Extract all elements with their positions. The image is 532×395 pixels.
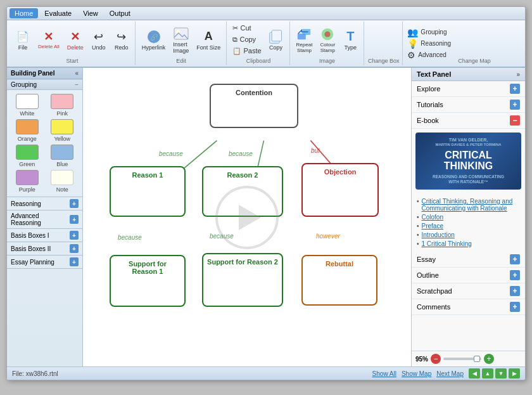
basis-boxes-1-expand-btn[interactable]: Basis Boxes I +	[7, 229, 82, 242]
file-button[interactable]: 📄 File	[12, 27, 34, 53]
color-pink[interactable]: Pink	[46, 94, 79, 117]
zoom-minus-button[interactable]: −	[431, 354, 441, 364]
grouping-collapse[interactable]: −	[75, 81, 79, 88]
video-overlay[interactable]	[215, 186, 279, 249]
pink-box	[51, 94, 73, 109]
change-map-label: Change Map	[458, 58, 491, 64]
start-buttons: 📄 File ✕ Delete All ✕ Delete ↩ Undo ↪	[12, 23, 132, 56]
play-circle	[215, 186, 279, 249]
ebook-row[interactable]: E-book −	[412, 113, 525, 129]
ebook-minus: −	[510, 115, 520, 126]
contention-box[interactable]: Contention	[210, 84, 298, 128]
reasoning-expand-btn[interactable]: Reasoning +	[7, 197, 82, 210]
essay-row[interactable]: Essay +	[412, 252, 525, 268]
copy-button[interactable]: ⧉ Copy	[230, 34, 258, 45]
ebook-author-top: TIM VAN GELDER,	[433, 137, 504, 143]
menu-home[interactable]: Home	[10, 8, 38, 18]
color-note[interactable]: Note	[46, 170, 79, 193]
reason1-box[interactable]: Reason 1	[110, 166, 186, 217]
link-introduction[interactable]: • Introduction	[417, 231, 520, 238]
redo-button[interactable]: ↪ Redo	[111, 27, 132, 53]
colour-stamp-button[interactable]: ColourStamp	[317, 25, 338, 55]
nav-up-arrow[interactable]: ▲	[482, 368, 493, 379]
undo-icon: ↩	[91, 29, 106, 44]
canvas-area[interactable]: because because but because because howe…	[83, 68, 411, 366]
color-blue[interactable]: Blue	[46, 145, 79, 167]
advanced-reasoning-expand-btn[interactable]: Advanced Reasoning +	[7, 210, 82, 228]
nav-left-arrow[interactable]: ◀	[469, 368, 480, 379]
repeat-stamp-button[interactable]: RepeatStamp	[293, 25, 316, 55]
support-reason1-box[interactable]: Support forReason 1	[110, 255, 186, 307]
link-1-critical-thinking[interactable]: • 1 Critical Thinking	[417, 240, 520, 247]
comments-row[interactable]: Comments +	[412, 299, 525, 315]
font-size-button[interactable]: A Font Size	[193, 27, 224, 53]
zoom-plus-button[interactable]: +	[484, 354, 494, 364]
toolbar-group-change-box: Change Box	[365, 22, 403, 65]
undo-button[interactable]: ↩ Undo	[88, 27, 110, 53]
menu-bar: Home Evaluate View Output	[7, 7, 525, 20]
ebook-cover[interactable]: TIM VAN GELDER, MARTIN DAVIES & PETER TO…	[415, 133, 521, 190]
color-white[interactable]: White	[11, 94, 44, 117]
menu-evaluate[interactable]: Evaluate	[39, 8, 77, 18]
color-orange[interactable]: Orange	[11, 119, 44, 142]
nav-right-arrow[interactable]: ▶	[509, 368, 520, 379]
link-colofon[interactable]: • Colofon	[417, 214, 520, 221]
zoom-bar[interactable]	[443, 358, 481, 360]
link-preface[interactable]: • Preface	[417, 223, 520, 230]
purple-box	[16, 170, 39, 185]
text-panel-expand[interactable]: »	[516, 71, 520, 78]
color-green[interactable]: Green	[11, 145, 44, 167]
colour-stamp-icon	[320, 27, 335, 42]
clipboard-row1: ✂ Cut	[230, 23, 263, 34]
tutorials-row[interactable]: Tutorials +	[412, 97, 525, 113]
rebuttal-box[interactable]: Rebuttal	[301, 255, 377, 306]
reasoning-icon: 💡	[407, 39, 418, 49]
delete-all-button[interactable]: ✕ Delete All	[35, 27, 63, 52]
nav-down-arrow[interactable]: ▼	[495, 368, 507, 379]
green-box	[16, 145, 39, 160]
reasoning-expandable: Reasoning +	[7, 197, 82, 210]
grouping-header: Grouping −	[7, 79, 82, 90]
start-label: Start	[66, 58, 78, 64]
delete-button[interactable]: ✕ Delete	[64, 27, 87, 53]
copy2-button[interactable]: Copy	[265, 27, 287, 53]
main-content: Building Panel « Grouping − White Pink	[7, 68, 525, 366]
menu-output[interactable]: Output	[104, 8, 136, 18]
advanced-reasoning-expandable: Advanced Reasoning +	[7, 210, 82, 229]
explore-row[interactable]: Explore +	[412, 81, 525, 97]
hyperlink-button[interactable]: 🔗 Hyperlink	[139, 27, 169, 53]
label-however: however	[316, 233, 340, 240]
color-purple[interactable]: Purple	[11, 170, 44, 193]
type-button[interactable]: T Type	[339, 27, 361, 53]
color-grid: White Pink Orange Yellow	[7, 90, 82, 197]
advanced-reasoning-plus: +	[70, 215, 79, 224]
next-map-link[interactable]: Next Map	[436, 370, 464, 377]
edit-buttons: 🔗 Hyperlink InsertImage A Font Size	[139, 23, 224, 56]
show-map-link[interactable]: Show Map	[402, 370, 431, 377]
link-critical-thinking[interactable]: • Critical Thinking, Reasoning and Commu…	[417, 198, 520, 212]
sidebar-collapse-button[interactable]: «	[75, 70, 79, 77]
basis-boxes-2-expand-btn[interactable]: Basis Boxes II +	[7, 242, 82, 255]
right-panel: Text Panel » Explore + Tutorials + E-boo…	[411, 68, 525, 366]
support-reason2-box[interactable]: Support for Reason 2	[202, 253, 283, 307]
basis-boxes-2-plus: +	[70, 244, 79, 253]
outline-row[interactable]: Outline +	[412, 268, 525, 283]
clipboard-row3: 📋 Paste	[230, 46, 263, 56]
essay-planning-plus: +	[70, 257, 79, 266]
grouping-section: Grouping − White Pink Orange	[7, 79, 82, 197]
delete-icon: ✕	[68, 29, 83, 44]
cut-button[interactable]: ✂ Cut	[230, 23, 253, 34]
toolbar: 📄 File ✕ Delete All ✕ Delete ↩ Undo ↪	[7, 20, 525, 68]
menu-view[interactable]: View	[78, 8, 103, 18]
reasoning-item: 💡 Reasoning	[407, 39, 451, 49]
insert-image-button[interactable]: InsertImage	[170, 24, 192, 56]
objection-box[interactable]: Objection	[301, 163, 379, 217]
ebook-subtitle: REASONING AND COMMUNICATINGWITH RATIONAL…	[433, 174, 504, 185]
color-yellow[interactable]: Yellow	[46, 119, 79, 142]
scratchpad-row[interactable]: Scratchpad +	[412, 283, 525, 299]
change-box-label: Change Box	[368, 58, 400, 64]
paste-button[interactable]: 📋 Paste	[230, 46, 263, 56]
white-box	[16, 94, 39, 109]
show-all-link[interactable]: Show All	[372, 370, 396, 377]
essay-planning-expand-btn[interactable]: Essay Planning +	[7, 256, 82, 268]
